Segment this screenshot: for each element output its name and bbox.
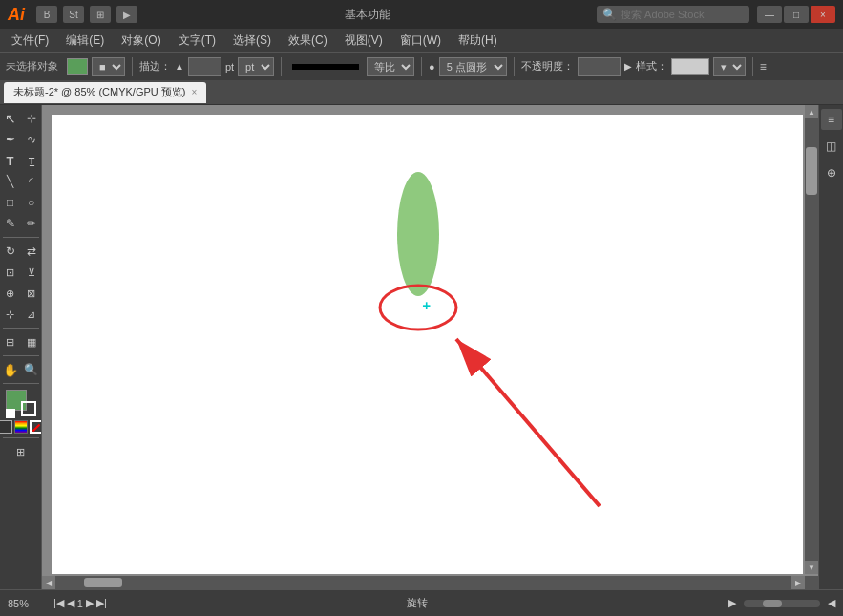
document-tab[interactable]: 未标题-2* @ 85% (CMYK/GPU 预览) × <box>4 82 206 103</box>
scroll-right-button[interactable]: ▶ <box>791 576 805 589</box>
perspective-tool[interactable]: ⊟ <box>1 332 20 351</box>
vscroll-thumb[interactable] <box>806 147 817 195</box>
menu-text[interactable]: 文字(T) <box>171 31 223 51</box>
grid-icon[interactable]: ⊞ <box>90 6 111 23</box>
search-icon: 🔍 <box>602 8 617 21</box>
panel-icon[interactable]: ≡ <box>760 60 767 74</box>
free-transform-tool[interactable]: ⊠ <box>22 284 41 303</box>
stroke-up-icon[interactable]: ▲ <box>175 61 184 72</box>
warp-tool[interactable]: ⊻ <box>22 263 41 282</box>
vertical-scrollbar[interactable]: ▲ ▼ <box>805 105 818 574</box>
ai-logo: Ai <box>8 5 25 25</box>
reflect-tool[interactable]: ⇄ <box>22 242 41 261</box>
stroke-scale-select[interactable]: 等比 <box>367 57 414 76</box>
scroll-up-button[interactable]: ▲ <box>805 105 818 118</box>
menu-edit[interactable]: 编辑(E) <box>58 31 112 51</box>
menubar: 文件(F) 编辑(E) 对象(O) 文字(T) 选择(S) 效果(C) 视图(V… <box>0 29 843 52</box>
style-color-swatch[interactable] <box>671 58 709 75</box>
menu-view[interactable]: 视图(V) <box>337 31 390 51</box>
line-tool[interactable]: ╲ <box>1 172 20 191</box>
menu-window[interactable]: 窗口(W) <box>392 31 449 51</box>
zoom-tool[interactable]: 🔍 <box>22 360 41 379</box>
search-input[interactable] <box>621 9 735 20</box>
stroke-width-input[interactable]: 1 <box>188 57 221 76</box>
arrow-icon[interactable]: ▶ <box>116 6 137 23</box>
gradient-button[interactable] <box>14 420 28 434</box>
stroke-label: 描边： <box>139 59 171 74</box>
left-divider-1 <box>3 237 39 238</box>
hscroll-thumb[interactable] <box>84 578 122 587</box>
next-page-button[interactable]: ▶ <box>86 597 94 609</box>
ellipse-tool[interactable]: ○ <box>22 193 41 212</box>
stock-icon[interactable]: St <box>63 6 84 23</box>
width-tool[interactable]: ⊕ <box>1 284 20 303</box>
stroke-unit: pt <box>225 61 234 73</box>
menu-file[interactable]: 文件(F) <box>4 31 56 51</box>
page-number: 1 <box>77 598 83 609</box>
no-selection-label: 未选择对象 <box>6 59 63 74</box>
pen-tool[interactable]: ✒ <box>1 130 20 149</box>
close-button[interactable]: × <box>811 6 835 23</box>
style-select[interactable]: ▾ <box>713 57 746 76</box>
arc-tool[interactable]: ◜ <box>22 172 41 191</box>
shape-builder-tool[interactable]: ⊹ <box>1 305 20 324</box>
prev-page-button[interactable]: ◀ <box>67 597 74 609</box>
stroke-line-preview <box>292 64 359 70</box>
fill-type-select[interactable]: ■ <box>92 57 125 76</box>
none-button[interactable] <box>30 420 43 434</box>
search-box[interactable]: 🔍 <box>597 6 749 23</box>
scale-tool[interactable]: ⊡ <box>1 263 20 282</box>
graph-tool[interactable]: ▦ <box>22 332 41 351</box>
color-mode-button[interactable] <box>0 420 12 434</box>
curvature-tool[interactable]: ∿ <box>22 130 41 149</box>
scroll-left-button[interactable]: ◀ <box>42 576 55 589</box>
reset-icon[interactable] <box>6 409 15 418</box>
properties-icon[interactable]: ≡ <box>821 109 842 130</box>
opacity-input[interactable]: 100% <box>578 57 621 76</box>
hand-tool[interactable]: ✋ <box>1 360 20 379</box>
scroll-down-button[interactable]: ▼ <box>805 561 818 574</box>
lasso-tool[interactable]: ⊹ <box>22 109 41 128</box>
status-arrow-right[interactable]: ▶ <box>728 597 736 609</box>
rotate-tool[interactable]: ↻ <box>1 242 20 261</box>
fill-color-swatch[interactable] <box>67 58 88 75</box>
menu-select[interactable]: 选择(S) <box>225 31 279 51</box>
opacity-right-icon[interactable]: ▶ <box>624 61 632 72</box>
layers-icon[interactable]: ◫ <box>821 136 842 157</box>
status-arrow-after[interactable]: ◀ <box>828 597 835 609</box>
menu-help[interactable]: 帮助(H) <box>451 31 505 51</box>
select-tool[interactable]: ↖ <box>1 109 20 128</box>
workspace-label: 基本功能 <box>145 7 589 23</box>
stroke-swatch[interactable] <box>21 401 36 416</box>
dot-label: ● <box>429 61 435 73</box>
green-oval-shape[interactable] <box>397 172 439 296</box>
libraries-icon[interactable]: ⊕ <box>821 162 842 183</box>
paintbrush-tool[interactable]: ✎ <box>1 214 20 233</box>
behance-icon[interactable]: B <box>36 6 57 23</box>
menu-object[interactable]: 对象(O) <box>114 31 168 51</box>
text-tool[interactable]: T <box>1 151 20 170</box>
color-mode-row <box>0 420 42 434</box>
first-page-button[interactable]: |◀ <box>53 597 64 609</box>
minimize-button[interactable]: — <box>757 6 782 23</box>
titlebar: Ai B St ⊞ ▶ 基本功能 🔍 — □ × <box>0 0 843 29</box>
live-paint-tool[interactable]: ⊿ <box>22 305 41 324</box>
maximize-button[interactable]: □ <box>784 6 809 23</box>
tool-row-7: ↻ ⇄ <box>1 242 41 261</box>
last-page-button[interactable]: ▶| <box>96 597 107 609</box>
point-shape-select[interactable]: 5 点圆形 <box>439 57 507 76</box>
anchor-point: + <box>423 298 431 313</box>
artboard-tool[interactable]: ⊞ <box>4 442 38 461</box>
canvas[interactable]: + <box>52 115 803 574</box>
left-divider-4 <box>3 383 39 384</box>
status-scroll[interactable] <box>744 600 820 607</box>
pencil-tool[interactable]: ✏ <box>22 214 41 233</box>
close-tab-button[interactable]: × <box>191 87 197 97</box>
tool-row-4: ╲ ◜ <box>1 172 41 191</box>
touch-type-tool[interactable]: T̲ <box>22 151 41 170</box>
horizontal-scrollbar[interactable]: ◀ ▶ <box>42 576 805 589</box>
stroke-unit-select[interactable]: pt <box>238 57 274 76</box>
toolbar-divider-5 <box>752 57 753 76</box>
rect-tool[interactable]: □ <box>1 193 20 212</box>
menu-effect[interactable]: 效果(C) <box>281 31 335 51</box>
